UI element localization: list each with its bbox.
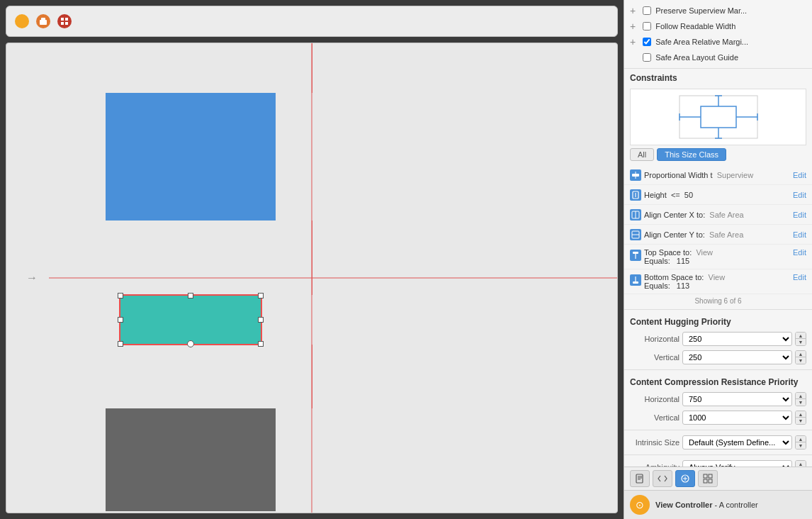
compression-horizontal-stepper[interactable]: ▲ ▼ [795,392,806,406]
compression-horizontal-select[interactable]: 750 [682,392,792,406]
vc-title: View Controller [655,501,712,509]
compression-vertical-select[interactable]: 1000 [682,411,792,425]
canvas-area: → [0,0,624,519]
content-hugging-section: Content Hugging Priority Horizontal 250 … [624,310,812,370]
intrinsic-select[interactable]: Default (System Define... [682,435,792,450]
edit-btn-pw[interactable]: Edit [793,171,806,179]
circle-icon-btn[interactable] [675,470,695,487]
handle-bot-right[interactable] [258,341,264,347]
stepper-up-5[interactable]: ▲ [796,436,806,442]
teal-selected-view[interactable] [120,295,261,345]
hugging-horizontal-label: Horizontal [630,335,680,343]
stepper-up-6[interactable]: ▲ [796,461,806,467]
svg-rect-26 [633,281,638,284]
edit-btn-h[interactable]: Edit [793,191,806,199]
hugging-vertical-select[interactable]: 250 [682,350,792,364]
constraint-height: Height <= 50 Edit [624,185,812,205]
stepper-down[interactable]: ▼ [796,339,806,345]
constraint-icon-h [630,189,641,201]
code-icon-btn[interactable] [653,470,672,487]
stepper-up[interactable]: ▲ [796,333,806,339]
edit-btn-ts[interactable]: Edit [793,248,806,257]
compression-horizontal-label: Horizontal [630,395,680,403]
scrollable-panel[interactable]: Constraints [624,69,812,467]
stepper-up-4[interactable]: ▲ [796,411,806,418]
canvas-content[interactable]: → [6,43,618,513]
intrinsic-label: Intrinsic Size [630,438,680,447]
edit-btn-cy[interactable]: Edit [793,230,806,239]
safe-area-relative-checkbox[interactable] [643,38,651,46]
constraints-label: Constraints [624,69,812,86]
compression-resistance-section: Content Compression Resistance Priority … [624,370,812,430]
handle-bot-left[interactable] [118,341,123,347]
tab-all[interactable]: All [630,148,654,161]
stepper-up-2[interactable]: ▲ [796,351,806,357]
yellow-circle-icon[interactable] [15,14,29,28]
constraint-text-h: Height <= 50 [644,191,790,199]
constraint-align-cx: Align Center X to: Safe Area Edit [624,205,812,225]
stepper-down-4[interactable]: ▼ [796,418,806,424]
constraint-icon-cx [630,209,641,221]
compression-label: Content Compression Resistance Priority [624,373,812,390]
vc-avatar: ⊙ [630,495,650,515]
ambiguity-stepper[interactable]: ▲ ▼ [795,460,806,467]
plus-icon-3[interactable]: + [630,36,636,48]
constraints-diagram [630,89,806,145]
edit-btn-cx[interactable]: Edit [793,211,806,219]
hugging-horizontal-stepper[interactable]: ▲ ▼ [795,332,806,346]
stepper-down-5[interactable]: ▼ [796,442,806,449]
constraint-top-space: Top Space to: View Equals: 115 Edit [624,245,812,269]
safe-area-relative-row[interactable]: + Safe Area Relative Margi... [630,34,806,50]
lower-vertical-line [312,345,312,408]
tab-this-size-class[interactable]: This Size Class [657,148,726,161]
handle-top-mid[interactable] [188,293,193,298]
stepper-down-2[interactable]: ▼ [796,357,806,364]
svg-rect-5 [65,22,68,25]
handle-mid-right[interactable] [258,317,264,323]
edit-btn-bs[interactable]: Edit [793,273,806,281]
constraint-icon-cy [630,229,641,240]
hugging-horizontal-row: Horizontal 250 ▲ ▼ [624,330,812,348]
compression-vertical-stepper[interactable]: ▲ ▼ [795,411,806,425]
ambiguity-section: Ambiguity Always Verify ▲ ▼ [624,455,812,467]
safe-area-layout-row[interactable]: + Safe Area Layout Guide [630,50,806,65]
ambiguity-select[interactable]: Always Verify [682,460,792,467]
intrinsic-size-section: Intrinsic Size Default (System Define...… [624,430,812,455]
right-panel: + Preserve Superview Mar... + Follow Rea… [624,0,812,519]
doc-icon-btn[interactable] [630,470,650,487]
constraint-text-bs: Bottom Space to: View Equals: 113 [644,273,790,290]
constraint-icon-bs [630,274,641,286]
hugging-vertical-row: Vertical 250 ▲ ▼ [624,348,812,367]
hugging-vertical-stepper[interactable]: ▲ ▼ [795,350,806,364]
follow-readable-row[interactable]: + Follow Readable Width [630,18,806,34]
blue-view[interactable] [106,93,276,221]
bottom-icon-bar [624,467,812,490]
orange-cube-icon[interactable] [36,14,50,28]
plus-icon[interactable]: + [630,5,636,16]
svg-rect-2 [61,18,64,21]
grid-icon-btn[interactable] [698,470,718,487]
preserve-superview-label: Preserve Superview Mar... [655,6,747,15]
plus-icon-2[interactable]: + [630,21,636,32]
safe-area-layout-checkbox[interactable] [643,53,651,62]
gray-view[interactable] [106,408,276,511]
vc-subtitle: - A controller [715,501,758,509]
preserve-superview-checkbox[interactable] [643,6,651,15]
intrinsic-stepper[interactable]: ▲ ▼ [795,435,806,450]
follow-readable-checkbox[interactable] [643,22,651,30]
constraint-icon-ts [630,250,641,261]
stepper-down-3[interactable]: ▼ [796,399,806,406]
handle-mid-left[interactable] [118,317,123,323]
red-grid-icon[interactable] [57,14,72,28]
handle-top-left[interactable] [118,293,123,298]
handle-top-right[interactable] [258,293,264,298]
top-vertical-line [312,43,312,93]
preserve-superview-row[interactable]: + Preserve Superview Mar... [630,3,806,18]
compression-horizontal-row: Horizontal 750 ▲ ▼ [624,390,812,408]
stepper-up-3[interactable]: ▲ [796,393,806,399]
safe-area-relative-label: Safe Area Relative Margi... [655,38,748,46]
constraint-tabs[interactable]: All This Size Class [624,148,812,165]
hugging-horizontal-select[interactable]: 250 [682,332,792,346]
handle-bot-mid[interactable] [187,340,194,347]
constraint-text-cx: Align Center X to: Safe Area [644,211,790,219]
